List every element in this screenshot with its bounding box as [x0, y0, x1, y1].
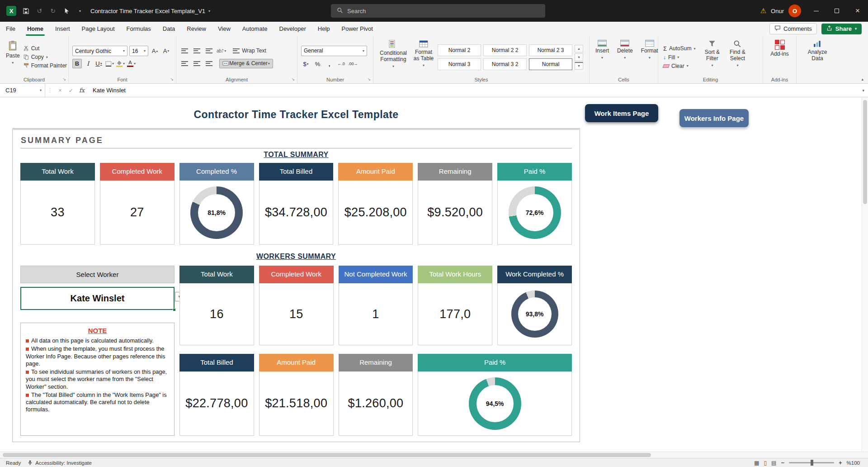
accessibility-status[interactable]: Accessibility: Investigate	[27, 460, 92, 466]
align-center-button[interactable]	[192, 59, 202, 68]
italic-button[interactable]: I	[83, 59, 93, 68]
cell-style-normal-3[interactable]: Normal 3	[438, 58, 481, 70]
redo-icon[interactable]: ↻	[49, 7, 57, 15]
copy-button[interactable]: Copy ▾	[22, 53, 68, 61]
minimize-button[interactable]	[806, 0, 826, 22]
format-as-table-button[interactable]: Format as Table ▾	[410, 38, 438, 76]
zoom-in-button[interactable]: +	[839, 459, 842, 466]
fill-button[interactable]: ↓ Fill ▾	[662, 54, 697, 61]
tab-help[interactable]: Help	[312, 22, 336, 36]
format-painter-button[interactable]: Format Painter	[22, 62, 68, 69]
tab-home[interactable]: Home	[21, 22, 49, 36]
tab-data[interactable]: Data	[157, 22, 181, 36]
align-left-button[interactable]	[180, 59, 189, 68]
conditional-formatting-button[interactable]: Conditional Formatting ▾	[377, 38, 410, 76]
quick-access-customize-icon[interactable]: ▾	[76, 7, 84, 15]
tab-formulas[interactable]: Formulas	[121, 22, 157, 36]
search-box[interactable]: Search	[331, 4, 545, 18]
wrap-text-button[interactable]: Wrap Text	[231, 47, 268, 54]
tab-review[interactable]: Review	[181, 22, 212, 36]
bold-button[interactable]: B	[72, 59, 82, 68]
cell-style-normal-2-2[interactable]: Normal 2 2	[483, 44, 527, 56]
analyze-data-button[interactable]: Analyze Data	[802, 38, 833, 76]
avatar[interactable]: O	[788, 5, 801, 17]
tab-page-layout[interactable]: Page Layout	[76, 22, 121, 36]
accounting-format-button[interactable]: $▾	[301, 59, 311, 69]
close-button[interactable]: ×	[847, 0, 868, 22]
paste-button[interactable]: Paste ▾	[4, 38, 22, 76]
tab-automate[interactable]: Automate	[236, 22, 274, 36]
normal-view-icon[interactable]: ▦	[754, 460, 759, 466]
tab-developer[interactable]: Developer	[274, 22, 312, 36]
zoom-slider-thumb[interactable]	[811, 460, 813, 466]
vertical-scrollbar-thumb[interactable]	[863, 100, 867, 204]
number-format-select[interactable]: General ▾	[301, 46, 367, 56]
addins-button[interactable]: Add-ins	[768, 38, 791, 76]
insert-function-button[interactable]: fx	[76, 84, 87, 97]
format-cells-button[interactable]: Format ▾	[639, 38, 660, 61]
merge-center-button[interactable]: Merge & Center ▾	[219, 59, 273, 68]
expand-formula-bar-icon[interactable]: ▾	[862, 88, 864, 93]
top-align-button[interactable]	[180, 46, 189, 56]
horizontal-scrollbar-thumb[interactable]	[3, 453, 651, 457]
gallery-more-button[interactable]: ▾	[575, 62, 583, 70]
underline-button[interactable]: U▾	[94, 59, 104, 68]
orientation-button[interactable]: ab⤴▾	[217, 46, 226, 56]
workers-info-page-button[interactable]: Workers Info Page	[679, 109, 749, 127]
cell-fill-handle[interactable]	[173, 308, 176, 311]
comments-button[interactable]: Comments	[769, 23, 817, 34]
document-title[interactable]: Contractor Time Tracker Excel Template_V…	[90, 8, 210, 14]
undo-icon[interactable]: ↺	[35, 7, 43, 15]
cell-style-normal[interactable]: Normal	[529, 58, 572, 70]
insert-cells-button[interactable]: Insert ▾	[593, 38, 611, 61]
bottom-align-button[interactable]	[204, 46, 214, 56]
share-button[interactable]: Share ▾	[821, 24, 862, 34]
cancel-entry-button[interactable]: ×	[55, 84, 66, 97]
selected-worker-cell[interactable]: Kate Winslet ▾	[20, 287, 175, 310]
maximize-button[interactable]	[826, 0, 847, 22]
gallery-down-button[interactable]: ▾	[575, 53, 583, 61]
font-size-select[interactable]: 16 ▾	[129, 46, 148, 56]
middle-align-button[interactable]	[192, 46, 202, 56]
formula-input[interactable]: Kate Winslet	[87, 87, 868, 94]
cell-style-normal-3-2[interactable]: Normal 3 2	[483, 58, 527, 70]
borders-button[interactable]: ▾	[105, 59, 114, 68]
save-icon[interactable]	[22, 7, 30, 15]
page-layout-view-icon[interactable]: ▯	[764, 460, 767, 466]
vertical-scrollbar[interactable]	[862, 97, 868, 452]
percent-style-button[interactable]: %	[313, 59, 322, 69]
decrease-font-size-button[interactable]: A▾	[161, 46, 171, 56]
tab-view[interactable]: View	[212, 22, 236, 36]
fill-color-button[interactable]: ▾	[116, 59, 125, 68]
sort-filter-button[interactable]: Sort & Filter ▾	[699, 38, 725, 76]
tab-file[interactable]: File	[0, 22, 21, 36]
confirm-entry-button[interactable]: ✓	[66, 84, 76, 97]
cell-style-normal-2[interactable]: Normal 2	[438, 44, 481, 56]
cursor-mode-icon[interactable]	[62, 7, 71, 15]
find-select-button[interactable]: Find & Select ▾	[725, 38, 750, 76]
align-right-button[interactable]	[204, 59, 214, 68]
zoom-level-label[interactable]: %100	[847, 460, 860, 466]
gallery-up-button[interactable]: ▴	[575, 45, 583, 52]
collapse-ribbon-icon[interactable]: ▴	[861, 77, 863, 81]
font-color-button[interactable]: A ▾	[127, 59, 136, 68]
cell-style-normal-2-3[interactable]: Normal 2 3	[529, 44, 572, 56]
horizontal-scrollbar[interactable]	[0, 452, 868, 458]
autosum-button[interactable]: Σ AutoSum ▾	[662, 45, 697, 52]
increase-decimal-button[interactable]: ←.0	[336, 59, 346, 69]
comma-style-button[interactable]: ,	[325, 59, 334, 69]
page-break-view-icon[interactable]: ▤	[771, 460, 776, 466]
warning-icon[interactable]: ⚠	[760, 7, 766, 15]
clear-button[interactable]: Clear ▾	[662, 62, 697, 70]
tab-insert[interactable]: Insert	[49, 22, 76, 36]
delete-cells-button[interactable]: Delete ▾	[615, 38, 635, 61]
name-box[interactable]: C19 ▾	[0, 84, 45, 97]
increase-font-size-button[interactable]: A▴	[150, 46, 160, 56]
work-items-page-button[interactable]: Work Items Page	[585, 104, 658, 122]
zoom-out-button[interactable]: −	[781, 459, 784, 466]
cut-button[interactable]: Cut	[22, 45, 68, 52]
decrease-decimal-button[interactable]: .00→	[348, 59, 358, 69]
font-family-select[interactable]: Century Gothic ▾	[72, 46, 127, 56]
worksheet[interactable]: Contractor Time Tracker Excel Template W…	[0, 97, 868, 452]
zoom-slider[interactable]	[789, 462, 834, 463]
